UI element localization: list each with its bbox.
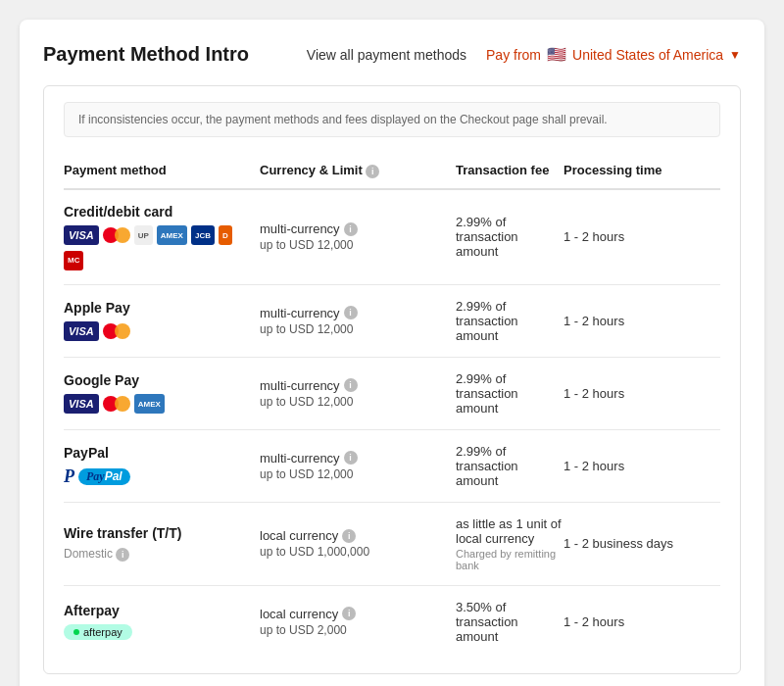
method-name: Credit/debit card (64, 204, 260, 220)
time-cell-apple: 1 - 2 hours (564, 314, 720, 328)
table-row: Wire transfer (T/T) Domestic i local cur… (64, 503, 720, 586)
time-cell-google: 1 - 2 hours (564, 386, 720, 401)
currency-info-icon[interactable]: i (366, 165, 379, 178)
currency-label: local currency i (260, 528, 456, 543)
currency-limit: up to USD 1,000,000 (260, 545, 456, 559)
table-row: Credit/debit card VISA UP AMEX JCB D MC (64, 190, 720, 285)
method-name: Afterpay (64, 603, 260, 618)
table-row: Google Pay VISA AMEX multi-currency i (64, 358, 720, 430)
limit-info-icon[interactable]: i (344, 451, 358, 465)
domestic-info-icon[interactable]: i (116, 548, 129, 562)
pay-from-selector[interactable]: Pay from 🇺🇸 United States of America ▼ (486, 45, 741, 64)
currency-limit: up to USD 12,000 (260, 395, 456, 409)
currency-cell-wire: local currency i up to USD 1,000,000 (260, 528, 456, 559)
col-method: Payment method (64, 163, 260, 178)
currency-label: multi-currency i (260, 378, 456, 393)
header-right: View all payment methods Pay from 🇺🇸 Uni… (307, 45, 741, 64)
time-cell-wire: 1 - 2 business days (564, 536, 720, 551)
unionpay-icon: UP (134, 225, 153, 245)
jcb-icon: JCB (191, 225, 215, 245)
page-container: Payment Method Intro View all payment me… (20, 20, 764, 686)
visa-icon: VISA (64, 321, 99, 341)
fee-cell-apple: 2.99% of transaction amount (456, 299, 564, 343)
chevron-down-icon: ▼ (729, 48, 741, 62)
content-card: If inconsistencies occur, the payment me… (43, 85, 741, 674)
method-cell-paypal: PayPal P PayPal (64, 445, 260, 487)
method-cell-apple: Apple Pay VISA (64, 300, 260, 341)
currency-label: multi-currency i (260, 306, 456, 320)
method-sub: Domestic i (64, 547, 260, 562)
currency-label: multi-currency i (260, 221, 456, 236)
currency-limit: up to USD 12,000 (260, 238, 456, 252)
notice-text: If inconsistencies occur, the payment me… (78, 113, 608, 126)
card-icons: VISA UP AMEX JCB D (64, 225, 260, 245)
extra-card-icons: MC (64, 249, 260, 270)
currency-cell-credit: multi-currency i up to USD 12,000 (260, 221, 456, 252)
paypal-logo: PayPal (78, 468, 130, 485)
page-header: Payment Method Intro View all payment me… (43, 43, 741, 66)
method-cell-credit: Credit/debit card VISA UP AMEX JCB D MC (64, 204, 260, 270)
paypal-icons: P PayPal (64, 466, 260, 487)
method-cell-google: Google Pay VISA AMEX (64, 372, 260, 414)
fee-cell-paypal: 2.99% of transaction amount (456, 444, 564, 488)
google-icons: VISA AMEX (64, 394, 260, 414)
method-name: Apple Pay (64, 300, 260, 316)
pay-from-label: Pay from (486, 47, 541, 63)
currency-limit: up to USD 12,000 (260, 467, 456, 481)
discover-icon: D (219, 225, 232, 245)
view-all-link[interactable]: View all payment methods (307, 47, 466, 63)
paypal-p-icon: P (64, 466, 74, 487)
currency-cell-google: multi-currency i up to USD 12,000 (260, 378, 456, 409)
mastercard-icon (103, 322, 130, 340)
currency-limit: up to USD 2,000 (260, 623, 456, 637)
time-cell-afterpay: 1 - 2 hours (564, 614, 720, 629)
mastercard-icon (103, 226, 130, 244)
col-currency: Currency & Limit i (260, 163, 456, 178)
currency-cell-paypal: multi-currency i up to USD 12,000 (260, 451, 456, 481)
limit-info-icon[interactable]: i (342, 529, 356, 543)
time-cell-credit: 1 - 2 hours (564, 229, 720, 244)
currency-label: local currency i (260, 607, 456, 621)
limit-info-icon[interactable]: i (344, 378, 358, 392)
limit-info-icon[interactable]: i (342, 607, 356, 620)
afterpay-dot (74, 629, 79, 635)
mastercard-icon (103, 395, 130, 413)
fee-cell-google: 2.99% of transaction amount (456, 371, 564, 416)
currency-label: multi-currency i (260, 451, 456, 466)
amex-icon: AMEX (157, 225, 187, 245)
method-cell-afterpay: Afterpay afterpay (64, 603, 260, 640)
table-row: PayPal P PayPal multi-currency i up to U… (64, 430, 720, 503)
fee-cell-afterpay: 3.50% of transaction amount (456, 600, 564, 644)
notice-bar: If inconsistencies occur, the payment me… (64, 102, 720, 137)
col-time: Processing time (564, 163, 720, 178)
visa-icon: VISA (64, 394, 99, 414)
table-header: Payment method Currency & Limit i Transa… (64, 153, 720, 190)
method-cell-wire: Wire transfer (T/T) Domestic i (64, 525, 260, 562)
afterpay-icons: afterpay (64, 624, 260, 640)
fee-sub: Charged by remitting bank (456, 548, 564, 571)
time-cell-paypal: 1 - 2 hours (564, 459, 720, 473)
fee-cell-wire: as little as 1 unit of local currency Ch… (456, 516, 564, 571)
page-title: Payment Method Intro (43, 43, 249, 66)
currency-limit: up to USD 12,000 (260, 322, 456, 336)
flag-icon: 🇺🇸 (547, 45, 566, 64)
col-fee: Transaction fee (456, 163, 564, 178)
fee-cell-credit: 2.99% of transaction amount (456, 215, 564, 259)
method-name: PayPal (64, 445, 260, 461)
limit-info-icon[interactable]: i (344, 306, 358, 319)
limit-info-icon[interactable]: i (344, 222, 358, 236)
extra-icon: MC (64, 251, 83, 270)
currency-cell-afterpay: local currency i up to USD 2,000 (260, 607, 456, 637)
table-row: Afterpay afterpay local currency i up to… (64, 586, 720, 658)
afterpay-badge: afterpay (64, 624, 132, 640)
method-name: Google Pay (64, 372, 260, 388)
payment-table: Payment method Currency & Limit i Transa… (64, 153, 720, 658)
table-row: Apple Pay VISA multi-currency i up t (64, 285, 720, 358)
currency-cell-apple: multi-currency i up to USD 12,000 (260, 306, 456, 336)
amex-icon: AMEX (134, 394, 165, 414)
visa-icon: VISA (64, 225, 99, 245)
country-label: United States of America (572, 47, 723, 63)
method-name: Wire transfer (T/T) (64, 525, 260, 541)
apple-icons: VISA (64, 321, 260, 341)
